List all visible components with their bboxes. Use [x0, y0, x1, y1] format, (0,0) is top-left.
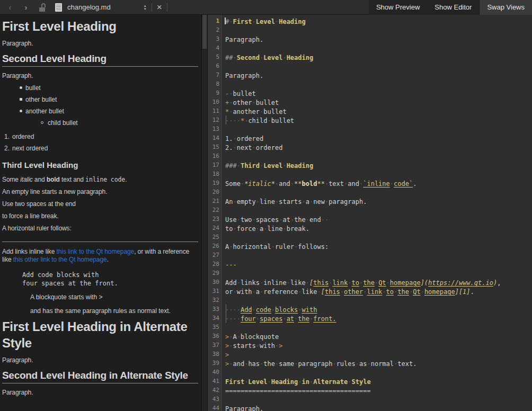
- whitespace-dots: ··: [321, 216, 329, 224]
- link[interactable]: this link to the Qt homepage: [57, 248, 135, 255]
- ordered-list-item: 2.next ordered: [2, 142, 198, 154]
- editor-line: 39>·and·has·the·same·paragraph·rules·as·…: [208, 359, 532, 368]
- code-token: .: [413, 180, 416, 187]
- line-number: 9: [208, 88, 219, 97]
- close-tab-icon[interactable]: ×: [157, 3, 162, 12]
- code-token: to: [225, 225, 233, 233]
- editor-line: 141.·ordered: [208, 133, 532, 142]
- tab-filename[interactable]: changelog.md: [67, 3, 111, 11]
- line-number: 24: [208, 224, 219, 233]
- line-number: 11: [208, 106, 219, 115]
- blockquote-line: and has the same paragraph rules as norm…: [30, 307, 198, 315]
- whitespace-dots: ·: [256, 342, 260, 350]
- line-content: An·empty·line·starts·a·new·paragraph.: [225, 198, 367, 206]
- code-token: paragraph.: [329, 198, 367, 206]
- code-token: ---: [225, 261, 237, 269]
- whitespace-dots: ·: [256, 198, 260, 206]
- code-token: First: [225, 378, 244, 386]
- whitespace-dots: ·: [356, 360, 359, 368]
- code-token: https://www.qt.io: [428, 279, 493, 287]
- code-token: front.: [313, 315, 336, 323]
- code-token: the: [263, 360, 275, 368]
- markdown-preview-pane[interactable]: First Level HeadingParagraph.Second Leve…: [0, 15, 201, 411]
- line-content: >: [225, 351, 229, 359]
- line-number: 16: [208, 151, 219, 160]
- line-number: 42: [208, 386, 219, 395]
- preview-scrollbar-thumb[interactable]: [202, 15, 207, 49]
- list-item: child bullet: [2, 117, 198, 129]
- code-token: a: [306, 198, 309, 206]
- markdown-editor-pane[interactable]: 1#·First·Level·Heading23Paragraph.45##·S…: [208, 15, 532, 411]
- code-token: at: [282, 216, 290, 224]
- show-editor-button[interactable]: Show Editor: [427, 0, 479, 15]
- forward-icon[interactable]: ›: [18, 3, 34, 12]
- line-content: -·bullet: [225, 90, 256, 97]
- code-token: as: [359, 360, 367, 368]
- code-token: like: [290, 279, 306, 287]
- text-cursor: [225, 17, 226, 24]
- editor-line: 6: [208, 61, 532, 70]
- line-content: 1.·ordered: [225, 135, 263, 142]
- editor-line: 37>·starts·with·>: [208, 341, 532, 350]
- preview-paragraph: A horizontal ruler follows:: [2, 225, 198, 233]
- code-token: An: [225, 198, 233, 206]
- editor-line: 29: [208, 269, 532, 278]
- code-token: child: [248, 117, 267, 124]
- code-token: Heading: [287, 54, 314, 61]
- whitespace-dots: ····: [225, 315, 241, 323]
- whitespace-dots: ·: [421, 288, 424, 296]
- text: and: [33, 176, 47, 183]
- back-icon[interactable]: ‹: [2, 3, 18, 12]
- line-number: 7: [208, 70, 219, 79]
- code-token: four: [241, 315, 256, 323]
- code-token: ##: [225, 54, 233, 61]
- whitespace-dots: ·: [237, 162, 241, 169]
- code-token: Paragraph.: [225, 72, 263, 79]
- code-token: blocks: [275, 306, 298, 314]
- swap-views-button[interactable]: Swap Views: [479, 0, 532, 15]
- toolbar: ‹ › changelog.md ▲ ▼ × Show Preview Show…: [0, 0, 532, 15]
- show-preview-button[interactable]: Show Preview: [369, 0, 427, 15]
- line-number: 20: [208, 187, 219, 196]
- preview-paragraph: Add links inline like this link to the Q…: [2, 248, 198, 264]
- horizontal-rule: [2, 242, 198, 242]
- unlock-icon[interactable]: [38, 3, 48, 12]
- whitespace-dots: ·: [233, 144, 236, 151]
- code-token: Some: [225, 180, 241, 187]
- line-number: 12: [208, 115, 219, 124]
- line-content: A·horizontal·ruler·follows:: [225, 243, 329, 251]
- editor-line: 30Add·links·inline·like·[this·link·to·th…: [208, 278, 532, 287]
- code-token: same: [279, 360, 294, 368]
- code-token: the: [294, 216, 306, 224]
- preview-paragraph: Paragraph.: [2, 356, 198, 364]
- code-token: **: [317, 180, 324, 187]
- toolbar-separator: [167, 3, 167, 12]
- code-token: A: [233, 333, 236, 341]
- editor-line: 20: [208, 187, 532, 196]
- spin-down-icon[interactable]: ▼: [144, 7, 147, 11]
- editor-line: 19Some·*italic*·and·**bold**·text·and·`i…: [208, 178, 532, 187]
- editor-line: 42======================================: [208, 386, 532, 395]
- text: text and: [60, 176, 85, 183]
- whitespace-dots: ·: [317, 288, 321, 296]
- line-number: 22: [208, 206, 219, 215]
- editor-line: 4: [208, 43, 532, 52]
- whitespace-dots: ·: [306, 279, 309, 287]
- whitespace-dots: ·: [263, 225, 267, 233]
- code-token: ###: [225, 162, 237, 169]
- code-token: at: [287, 315, 294, 323]
- line-number: 3: [208, 34, 219, 43]
- code-token: Alternate: [313, 378, 348, 386]
- link[interactable]: this other link to the Qt homepage: [13, 256, 107, 263]
- line-content: Paragraph.: [225, 72, 263, 79]
- spinbox-arrows-icon[interactable]: ▲ ▼: [144, 4, 147, 11]
- line-content: ····*·child·bullet: [225, 117, 294, 124]
- line-content: >·A·blockquote: [225, 333, 279, 341]
- preview-scrollbar[interactable]: [201, 15, 208, 411]
- line-number: 21: [208, 196, 219, 206]
- editor-line: 16: [208, 151, 532, 160]
- code-token: ,: [497, 279, 501, 287]
- whitespace-dots: ····: [225, 306, 241, 314]
- line-number: 39: [208, 359, 219, 368]
- code-token: ruler: [275, 243, 294, 251]
